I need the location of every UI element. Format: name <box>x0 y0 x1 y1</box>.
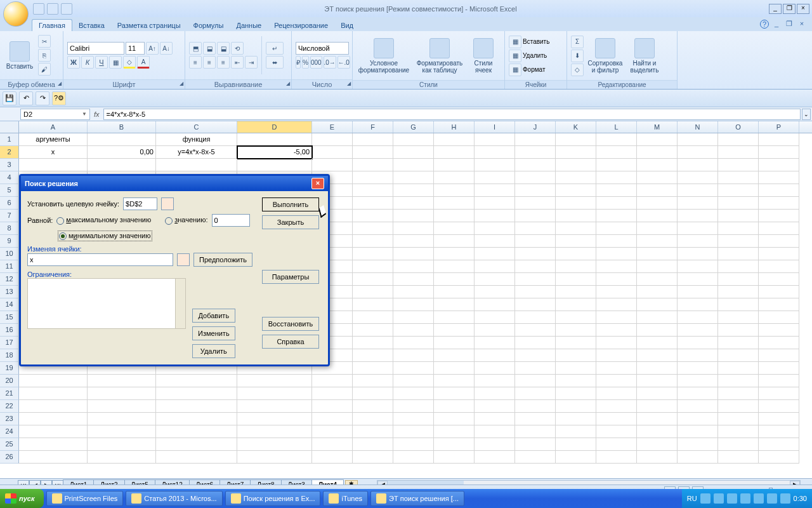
cell[interactable] <box>434 324 475 337</box>
cell[interactable] <box>596 197 637 210</box>
column-header[interactable]: G <box>393 121 434 133</box>
cell[interactable] <box>312 438 353 451</box>
cell[interactable] <box>596 425 637 438</box>
cell[interactable] <box>393 171 434 184</box>
cell[interactable] <box>556 375 596 387</box>
cell[interactable] <box>678 324 718 337</box>
row-header[interactable]: 3 <box>0 159 19 171</box>
insert-cells-button[interactable]: Вставить <box>523 38 549 45</box>
cell[interactable] <box>353 400 393 413</box>
cell[interactable] <box>718 413 759 425</box>
paste-button[interactable]: Вставить <box>4 41 36 70</box>
cell[interactable] <box>393 133 434 146</box>
cell[interactable] <box>19 438 88 451</box>
percent-icon[interactable]: % <box>302 56 309 69</box>
help-icon[interactable]: ? <box>760 20 769 29</box>
cell[interactable] <box>556 146 596 159</box>
doc-minimize-icon[interactable]: _ <box>769 4 782 14</box>
cell[interactable] <box>515 146 556 159</box>
cell[interactable] <box>475 248 515 260</box>
cell[interactable] <box>596 260 637 273</box>
cell[interactable] <box>353 260 393 273</box>
cell[interactable] <box>312 451 353 464</box>
cell[interactable] <box>353 184 393 197</box>
cell[interactable] <box>596 146 637 159</box>
cell[interactable] <box>353 146 393 159</box>
cell[interactable] <box>393 387 434 400</box>
cell[interactable]: x <box>19 146 88 159</box>
cell[interactable] <box>156 438 237 451</box>
cell[interactable] <box>353 362 393 375</box>
cell[interactable] <box>393 248 434 260</box>
insert-icon[interactable]: ▦ <box>509 36 521 48</box>
cell[interactable] <box>434 273 475 286</box>
cell[interactable] <box>678 375 718 387</box>
cell[interactable] <box>718 311 759 324</box>
delete-constraint-button[interactable]: Удалить <box>192 344 235 358</box>
cell[interactable] <box>718 159 759 171</box>
cell[interactable] <box>515 248 556 260</box>
cell[interactable] <box>393 375 434 387</box>
font-size-input[interactable] <box>126 42 145 55</box>
clock[interactable]: 0:30 <box>794 495 807 502</box>
cell[interactable] <box>637 400 678 413</box>
cell[interactable] <box>637 210 678 222</box>
cell[interactable] <box>718 146 759 159</box>
cell[interactable] <box>353 413 393 425</box>
cell[interactable] <box>637 375 678 387</box>
row-header[interactable]: 20 <box>0 375 19 387</box>
cell[interactable] <box>678 235 718 248</box>
cell[interactable] <box>678 286 718 298</box>
align-center-icon[interactable]: ≡ <box>203 56 216 69</box>
cell[interactable] <box>637 133 678 146</box>
cell[interactable] <box>556 451 596 464</box>
find-select-button[interactable]: Найти и выделить <box>627 38 662 74</box>
column-header[interactable]: N <box>678 121 718 133</box>
add-constraint-button[interactable]: Добавить <box>192 309 235 323</box>
cell[interactable] <box>393 146 434 159</box>
cell[interactable] <box>759 413 799 425</box>
cell[interactable] <box>596 349 637 362</box>
cell[interactable] <box>718 400 759 413</box>
cell[interactable] <box>678 413 718 425</box>
cell[interactable] <box>637 337 678 349</box>
tray-icon[interactable] <box>780 493 790 504</box>
cell[interactable] <box>393 413 434 425</box>
cell[interactable] <box>678 400 718 413</box>
cell[interactable] <box>393 349 434 362</box>
cell[interactable] <box>515 184 556 197</box>
cell[interactable] <box>718 133 759 146</box>
cell[interactable] <box>475 362 515 375</box>
fill-color-icon[interactable]: ◇ <box>123 56 136 69</box>
cell[interactable] <box>556 298 596 311</box>
tab-formulas[interactable]: Формулы <box>187 20 230 31</box>
cell[interactable] <box>637 387 678 400</box>
cell[interactable] <box>556 235 596 248</box>
cell[interactable] <box>237 387 312 400</box>
cell[interactable] <box>156 413 237 425</box>
cell[interactable] <box>475 171 515 184</box>
cell[interactable] <box>475 451 515 464</box>
merge-icon[interactable]: ⬌ <box>266 56 284 69</box>
restore-button[interactable]: Восстановить <box>262 317 319 331</box>
cell[interactable] <box>434 375 475 387</box>
cell[interactable] <box>434 349 475 362</box>
cell[interactable] <box>596 362 637 375</box>
cell[interactable] <box>156 375 237 387</box>
target-cell-input[interactable] <box>123 197 157 210</box>
cell[interactable] <box>515 222 556 235</box>
align-left-icon[interactable]: ≡ <box>189 56 202 69</box>
cell[interactable] <box>556 362 596 375</box>
cell[interactable] <box>434 387 475 400</box>
cell[interactable] <box>678 159 718 171</box>
cell[interactable] <box>596 451 637 464</box>
cell[interactable] <box>515 375 556 387</box>
app-close-icon[interactable]: × <box>797 20 807 30</box>
row-header[interactable]: 25 <box>0 438 19 451</box>
cell[interactable] <box>475 273 515 286</box>
cell[interactable] <box>475 375 515 387</box>
row-header[interactable]: 10 <box>0 248 19 260</box>
cell[interactable] <box>393 197 434 210</box>
column-header[interactable]: C <box>156 121 237 133</box>
row-header[interactable]: 1 <box>0 133 19 146</box>
